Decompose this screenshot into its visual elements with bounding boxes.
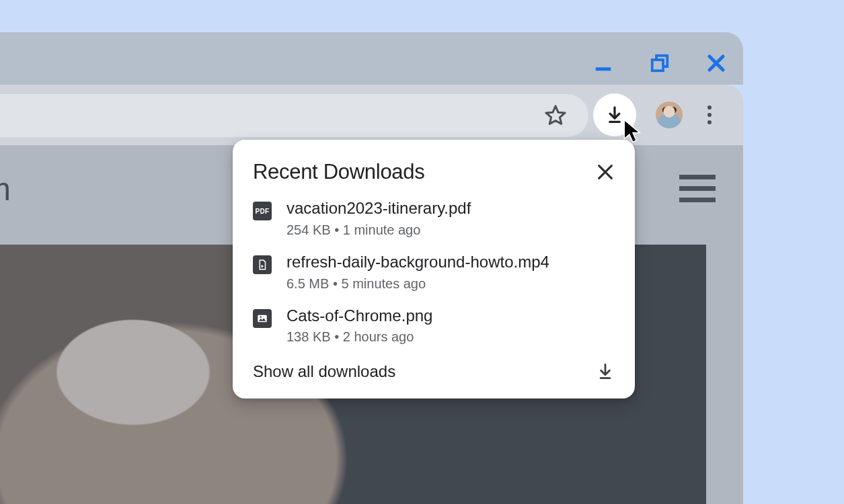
close-window-button[interactable] [703, 50, 730, 77]
download-icon [596, 362, 615, 381]
site-hamburger-button[interactable] [679, 175, 716, 202]
download-item[interactable]: PDF vacation2023-itinerary.pdf 254 KB • … [253, 199, 615, 238]
download-item[interactable]: Cats-of-Chrome.png 138 KB • 2 hours ago [253, 306, 615, 345]
svg-point-5 [260, 316, 262, 317]
bookmark-star-button[interactable] [543, 103, 568, 128]
close-icon [596, 163, 615, 181]
downloads-popup: Recent Downloads PDF vacation2023-itiner… [233, 140, 635, 398]
filetype-video-icon [253, 255, 272, 274]
download-meta: 6.5 MB • 5 minutes ago [286, 276, 549, 292]
star-icon [543, 103, 568, 128]
download-meta: 138 KB • 2 hours ago [286, 329, 432, 345]
open-downloads-folder-button[interactable] [596, 362, 615, 381]
filetype-image-icon [253, 309, 272, 328]
page-heading-fragment: m [0, 171, 10, 208]
close-icon [706, 53, 726, 73]
profile-avatar-button[interactable] [656, 101, 683, 128]
svg-rect-6 [600, 378, 611, 380]
svg-rect-3 [609, 121, 621, 123]
downloads-popup-title: Recent Downloads [253, 160, 424, 184]
download-filename: vacation2023-itinerary.pdf [286, 199, 471, 218]
window-caption-buttons [590, 50, 730, 77]
downloads-popup-close-button[interactable] [596, 163, 615, 181]
download-filename: refresh-daily-background-howto.mp4 [286, 253, 549, 272]
restore-icon [650, 53, 670, 73]
svg-rect-2 [652, 60, 663, 71]
svg-rect-0 [596, 67, 611, 71]
browser-menu-button[interactable] [693, 99, 726, 131]
download-item[interactable]: refresh-daily-background-howto.mp4 6.5 M… [253, 253, 615, 292]
restore-button[interactable] [646, 50, 673, 77]
kebab-menu-icon [707, 106, 712, 124]
download-meta: 254 KB • 1 minute ago [286, 222, 471, 238]
show-all-downloads-link[interactable]: Show all downloads [253, 362, 395, 381]
downloads-popup-footer: Show all downloads [253, 362, 615, 381]
minimize-button[interactable] [590, 50, 617, 77]
download-filename: Cats-of-Chrome.png [286, 306, 432, 326]
minimize-icon [593, 53, 613, 73]
toolbar-right-cluster [656, 85, 726, 145]
tab-strip [0, 32, 743, 85]
downloads-list: PDF vacation2023-itinerary.pdf 254 KB • … [253, 199, 615, 345]
downloads-popup-header: Recent Downloads [253, 160, 615, 184]
filetype-pdf-icon: PDF [253, 202, 272, 220]
